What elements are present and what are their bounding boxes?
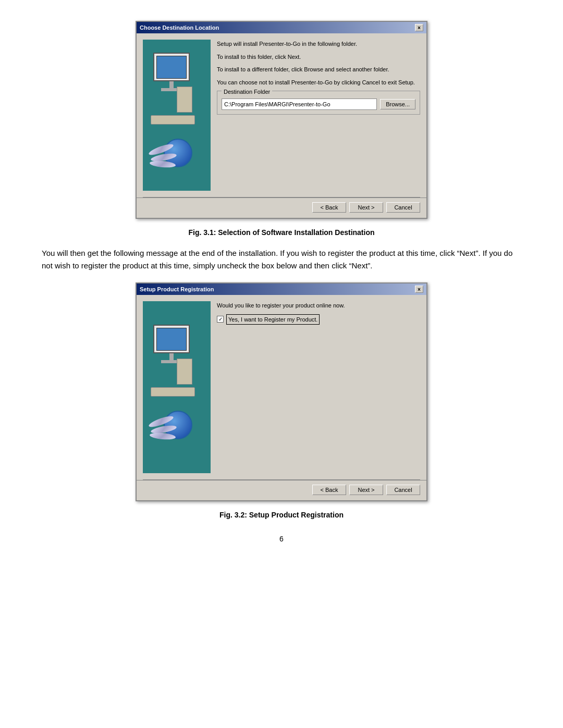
dialog2-text-area: Would you like to register your product … — [217, 301, 420, 473]
computer-tower-2 — [177, 359, 192, 385]
dialog2-body: Would you like to register your product … — [137, 295, 426, 479]
next-button-2[interactable]: Next > — [349, 485, 383, 495]
body-text: You will then get the following message … — [42, 247, 521, 272]
destination-folder-label: Destination Folder — [222, 88, 272, 96]
dialog-registration: Setup Product Registration × — [136, 282, 427, 501]
checkmark-icon: ✓ — [218, 315, 223, 323]
folder-path-input[interactable] — [222, 98, 377, 110]
dialog2-title: Setup Product Registration — [140, 286, 214, 292]
register-checkbox[interactable]: ✓ — [217, 316, 224, 323]
cancel-button-2[interactable]: Cancel — [386, 485, 420, 495]
monitor-base-2 — [161, 360, 177, 363]
keyboard-2 — [151, 387, 195, 397]
dialog2-footer: < Back Next > Cancel — [137, 480, 426, 500]
monitor — [153, 53, 190, 81]
dialog1-text-area: Setup will install Presenter-to-Go in th… — [217, 40, 420, 191]
next-button-1[interactable]: Next > — [349, 202, 383, 213]
dialog1-footer: < Back Next > Cancel — [137, 198, 426, 218]
dialog2-titlebar: Setup Product Registration × — [137, 283, 426, 295]
dialog2-close-button[interactable]: × — [415, 286, 423, 293]
register-checkbox-row[interactable]: ✓ Yes, I want to Register my Product. — [217, 314, 420, 325]
computer-tower — [177, 87, 192, 113]
monitor-base — [161, 88, 177, 91]
register-checkbox-label: Yes, I want to Register my Product. — [226, 314, 320, 325]
dialog-destination: Choose Destination Location × — [136, 21, 427, 219]
dialog1-title: Choose Destination Location — [140, 24, 219, 31]
computer-image — [145, 42, 208, 188]
dialog1-titlebar: Choose Destination Location × — [137, 22, 426, 33]
keyboard — [151, 115, 195, 125]
dialog1-close-button[interactable]: × — [415, 24, 423, 31]
dialog1-text1: Setup will install Presenter-to-Go in th… — [217, 40, 420, 48]
dialog1-illustration — [143, 40, 211, 191]
cancel-button-1[interactable]: Cancel — [386, 202, 420, 213]
dialog1-text4: You can choose not to install Presenter-… — [217, 78, 420, 87]
monitor-screen-2 — [156, 328, 187, 351]
dialog1-text3: To install to a different folder, click … — [217, 65, 420, 74]
back-button-1[interactable]: < Back — [312, 202, 346, 213]
monitor-2 — [153, 325, 190, 353]
page-content: Choose Destination Location × — [42, 21, 521, 543]
monitor-screen — [156, 56, 187, 79]
fig2-caption: Fig. 3.2: Setup Product Registration — [42, 511, 521, 519]
dialog2-text1: Would you like to register your product … — [217, 301, 420, 310]
fig1-caption: Fig. 3.1: Selection of Software Installa… — [42, 228, 521, 237]
browse-button[interactable]: Browse... — [380, 99, 415, 109]
dialog1-body: Setup will install Presenter-to-Go in th… — [137, 33, 426, 197]
dialog1-text2: To install to this folder, click Next. — [217, 53, 420, 61]
page-number: 6 — [42, 535, 521, 543]
dialog2-illustration — [143, 301, 211, 473]
computer-image-2 — [145, 314, 208, 460]
destination-folder-group: Destination Folder Browse... — [217, 91, 420, 115]
back-button-2[interactable]: < Back — [312, 485, 346, 495]
folder-row: Browse... — [222, 98, 415, 110]
